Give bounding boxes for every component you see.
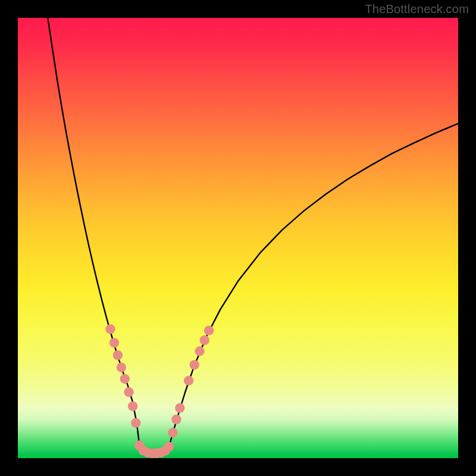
data-marker [171, 415, 181, 424]
data-markers [105, 324, 214, 458]
bottleneck-curve [48, 18, 458, 453]
data-marker [120, 374, 130, 384]
data-marker [105, 324, 115, 334]
data-marker [128, 401, 137, 411]
data-marker [113, 350, 123, 360]
curve-overlay [18, 18, 458, 458]
bottleneck-curve-path [48, 18, 458, 453]
data-marker [131, 418, 140, 428]
data-marker [200, 335, 209, 345]
data-marker [109, 338, 119, 347]
data-marker [175, 403, 184, 412]
data-marker [168, 428, 177, 437]
data-marker [117, 362, 126, 372]
data-marker [195, 346, 204, 356]
data-marker [124, 387, 133, 397]
data-marker [204, 325, 214, 335]
chart-frame: TheBottleneck.com [0, 0, 476, 476]
data-marker [164, 442, 174, 452]
plot-area [18, 18, 458, 458]
data-marker [190, 360, 199, 369]
data-marker [184, 376, 193, 386]
watermark-text: TheBottleneck.com [365, 2, 469, 16]
